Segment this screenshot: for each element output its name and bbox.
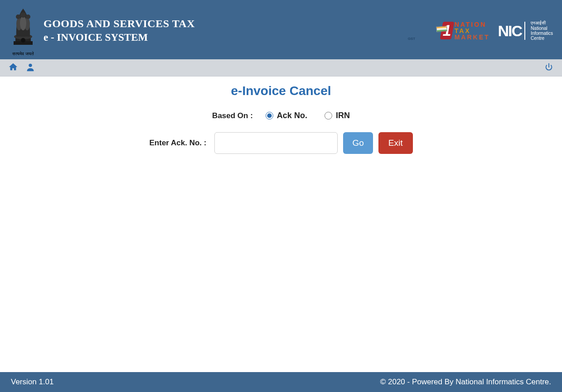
user-icon[interactable]: [25, 62, 35, 74]
svg-point-10: [29, 63, 32, 67]
header-right: 1 GST NATION TAX MARKET NIC एनआईसी Natio…: [441, 20, 553, 41]
home-icon[interactable]: [8, 62, 18, 74]
footer-copyright: © 2020 - Powered By National Informatics…: [380, 378, 551, 387]
app-header: सत्यमेव जयते GOODS AND SERVICES TAX e - …: [0, 0, 562, 59]
radio-irn-label: IRN: [336, 111, 350, 120]
radio-irn-input[interactable]: [325, 112, 332, 120]
power-icon[interactable]: [544, 66, 554, 73]
ntm-tax: TAX: [455, 28, 490, 34]
exit-button[interactable]: Exit: [378, 132, 413, 154]
main-content: e-Invoice Cancel Based On : Ack No. IRN …: [0, 76, 562, 372]
based-on-label: Based On :: [212, 111, 253, 120]
svg-point-5: [20, 16, 26, 30]
icon-toolbar: [0, 59, 562, 76]
footer-version: Version 1.01: [11, 378, 54, 387]
svg-point-9: [21, 38, 25, 43]
ashoka-emblem-icon: [9, 5, 37, 50]
ntm-nation: NATION: [455, 21, 490, 28]
nation-tax-market-logo: 1 GST NATION TAX MARKET: [441, 21, 490, 40]
header-title-2: e - INVOICE SYSTEM: [44, 32, 195, 43]
nic-en-2: Informatics: [531, 31, 553, 36]
nic-hindi: एनआईसी: [531, 20, 553, 26]
emblem-caption: सत्यमेव जयते: [12, 51, 34, 57]
nic-logo: NIC एनआईसी National Informatics Centre: [498, 20, 553, 41]
ntm-number: 1: [440, 22, 454, 39]
svg-point-8: [26, 14, 30, 19]
ntm-market: MARKET: [455, 34, 490, 40]
entry-row: Enter Ack. No. : Go Exit: [0, 132, 562, 154]
header-titles: GOODS AND SERVICES TAX e - INVOICE SYSTE…: [44, 18, 195, 43]
svg-point-7: [16, 14, 20, 19]
header-title-1: GOODS AND SERVICES TAX: [44, 18, 195, 30]
based-on-radio-group: Ack No. IRN: [266, 111, 350, 120]
nic-en-1: National: [531, 26, 553, 31]
page-title: e-Invoice Cancel: [0, 84, 562, 98]
national-emblem: सत्यमेव जयते: [9, 5, 37, 57]
radio-ack-label: Ack No.: [277, 111, 307, 120]
entry-label: Enter Ack. No. :: [150, 139, 207, 148]
radio-ack-input[interactable]: [266, 112, 273, 120]
nic-letters: NIC: [498, 24, 522, 38]
go-button[interactable]: Go: [343, 132, 373, 154]
footer: Version 1.01 © 2020 - Powered By Nationa…: [0, 372, 562, 392]
radio-ack-no[interactable]: Ack No.: [266, 111, 307, 120]
ack-number-input[interactable]: [214, 132, 338, 154]
based-on-row: Based On : Ack No. IRN: [0, 111, 562, 120]
nic-en-3: Centre: [531, 36, 553, 41]
ntm-gst: GST: [408, 37, 415, 41]
radio-irn[interactable]: IRN: [325, 111, 350, 120]
svg-point-6: [20, 12, 26, 18]
